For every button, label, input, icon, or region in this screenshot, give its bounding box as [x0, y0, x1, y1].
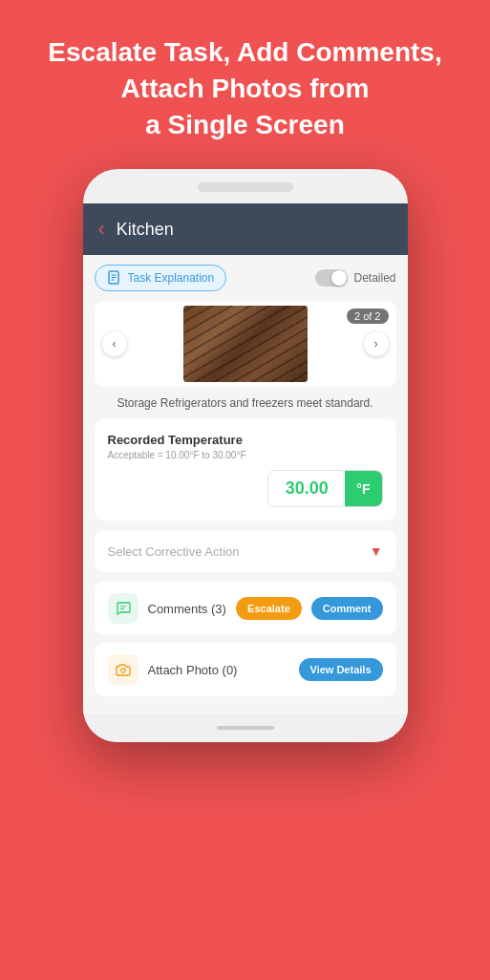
temperature-value-input[interactable]: [268, 471, 345, 506]
description-text: Storage Refrigerators and freezers meet …: [95, 396, 396, 410]
comment-button[interactable]: Comment: [311, 597, 383, 620]
phone-mockup: ‹ Kitchen Task Explanation Detailed: [83, 169, 408, 742]
app-title: Kitchen: [117, 220, 174, 240]
carousel-prev-button[interactable]: ‹: [102, 331, 127, 356]
corrective-action-dropdown[interactable]: Select Corrective Action ▼: [95, 530, 396, 572]
attach-photo-card: Attach Photo (0) View Details: [95, 643, 396, 696]
camera-icon: [116, 662, 131, 677]
carousel-image: [183, 306, 308, 382]
toggle-switch[interactable]: [315, 269, 348, 287]
home-bar: [217, 726, 274, 730]
chat-icon: [116, 601, 131, 616]
task-row: Task Explanation Detailed: [95, 265, 396, 291]
comments-label: Comments (3): [148, 602, 227, 616]
corrective-action-label: Select Corrective Action: [108, 544, 240, 559]
hero-text: Escalate Task, Add Comments, Attach Phot…: [10, 0, 479, 169]
svg-point-6: [120, 669, 124, 672]
photo-icon-box: [108, 654, 138, 685]
food-image: [183, 306, 308, 382]
document-icon: [107, 270, 122, 286]
app-body: Task Explanation Detailed ‹: [83, 255, 408, 714]
app-header: ‹ Kitchen: [83, 203, 408, 255]
toggle-knob: [331, 270, 347, 286]
temperature-input-group: °F: [267, 470, 382, 507]
phone-notch: [198, 182, 293, 192]
detailed-toggle[interactable]: Detailed: [315, 269, 395, 287]
temperature-input-row: °F: [108, 470, 383, 507]
comments-card: Comments (3) Escalate Comment: [95, 582, 396, 635]
grill-lines: [183, 306, 308, 382]
dropdown-arrow-icon: ▼: [370, 543, 383, 559]
temperature-card: Recorded Temperature Acceptable = 10.00°…: [95, 419, 396, 521]
view-details-button[interactable]: View Details: [299, 658, 383, 681]
escalate-button[interactable]: Escalate: [236, 597, 302, 620]
temperature-sublabel: Acceptable = 10.00°F to 30.00°F: [108, 450, 383, 460]
temperature-label: Recorded Temperature: [108, 433, 383, 447]
attach-photo-label: Attach Photo (0): [148, 663, 289, 677]
comments-icon-box: [108, 593, 138, 624]
temperature-unit-button[interactable]: °F: [345, 471, 381, 506]
chevron-left-icon: ‹: [113, 337, 117, 351]
image-carousel: ‹ › 2 of 2: [95, 301, 396, 387]
chevron-right-icon: ›: [374, 337, 378, 351]
detailed-label: Detailed: [353, 271, 395, 285]
task-explanation-button[interactable]: Task Explanation: [95, 265, 227, 291]
back-button[interactable]: ‹: [98, 217, 105, 242]
carousel-next-button[interactable]: ›: [364, 331, 389, 356]
carousel-inner: ‹ › 2 of 2: [95, 301, 396, 387]
task-explanation-label: Task Explanation: [128, 271, 215, 285]
phone-bottom: [83, 714, 408, 742]
carousel-counter: 2 of 2: [347, 309, 389, 324]
